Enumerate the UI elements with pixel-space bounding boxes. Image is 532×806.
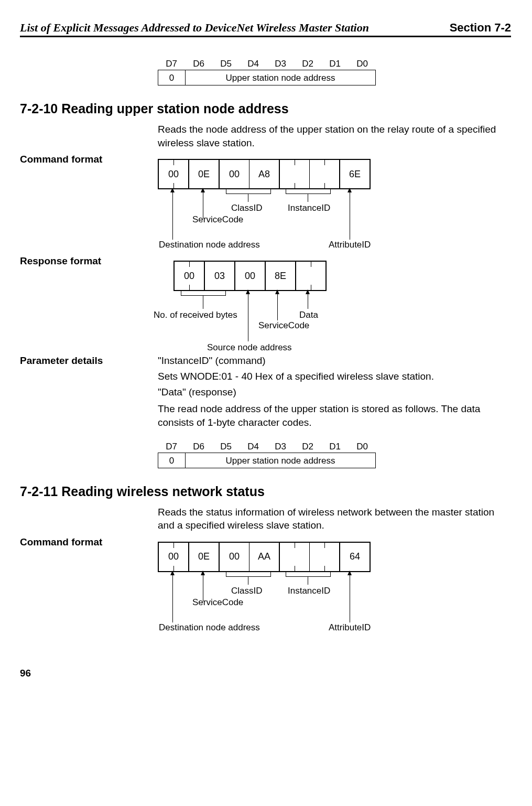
cmd-cell: 6E <box>340 160 370 188</box>
command-format-label: Command format <box>20 154 158 165</box>
cmd-cell <box>280 543 310 571</box>
response-format-label: Response format <box>20 255 158 267</box>
command-format-diagram: 00 0E 00 AA 64 ClassID InstanceID Servic… <box>158 536 511 636</box>
bit-hdr: D7 <box>158 441 185 453</box>
bit-hdr: D1 <box>321 441 349 453</box>
label-classid: ClassID <box>231 203 263 213</box>
cmd-cell: 0E <box>189 543 220 571</box>
cmd-cell: 00 <box>159 543 189 571</box>
response-format-diagram: 00 03 00 8E No. of received bytes Data S… <box>158 255 511 355</box>
label-servicecode: ServiceCode <box>258 320 309 331</box>
cmd-cell: 0E <box>189 160 220 188</box>
cmd-cell <box>310 543 340 571</box>
command-format-diagram: 00 0E 00 A8 6E ClassID InstanceID Servic… <box>158 154 511 253</box>
bit-hdr: D6 <box>185 441 212 453</box>
param-line: The read node address of the upper stati… <box>158 402 511 429</box>
section-heading-7-2-11: 7-2-11 Reading wireless network status <box>20 484 511 499</box>
label-dest-addr: Destination node address <box>159 622 260 633</box>
label-attrid: AttributeID <box>329 622 371 633</box>
bit-cell-upper: Upper station node address <box>185 453 376 468</box>
page-header: List of Explicit Messages Addressed to D… <box>20 21 511 37</box>
bit-hdr: D5 <box>212 58 240 70</box>
bit-cell-upper: Upper station node address <box>185 70 376 85</box>
param-line: "Data" (response) <box>158 386 511 398</box>
bit-hdr: D4 <box>240 58 267 70</box>
bit-hdr: D7 <box>158 58 185 70</box>
bit-cell-zero: 0 <box>158 70 185 85</box>
resp-cell: 00 <box>235 262 266 290</box>
label-data: Data <box>299 310 318 320</box>
label-instanceid: InstanceID <box>288 203 330 213</box>
resp-cell: 00 <box>175 262 205 290</box>
label-servicecode: ServiceCode <box>192 214 243 225</box>
header-section: Section 7-2 <box>450 21 511 35</box>
parameter-details-label: Parameter details <box>20 355 158 367</box>
cmd-cell: 00 <box>159 160 189 188</box>
cmd-cell: A8 <box>249 160 280 188</box>
bit-hdr: D2 <box>294 441 321 453</box>
cmd-cell: 00 <box>220 543 249 571</box>
page-number: 96 <box>20 668 511 679</box>
bit-cell-zero: 0 <box>158 453 185 468</box>
label-dest-addr: Destination node address <box>159 240 260 250</box>
cmd-cell <box>280 160 310 188</box>
bit-hdr: D2 <box>294 58 321 70</box>
bit-hdr: D1 <box>321 58 349 70</box>
section-intro: Reads the node address of the upper stat… <box>158 123 511 149</box>
param-line: "InstanceID" (command) <box>158 355 511 367</box>
label-recv-bytes: No. of received bytes <box>154 310 237 320</box>
label-classid: ClassID <box>231 586 263 596</box>
bit-hdr: D6 <box>185 58 212 70</box>
label-attrid: AttributeID <box>329 240 371 250</box>
bit-table-top: D7 D6 D5 D4 D3 D2 D1 D0 0 Upper station … <box>158 58 511 85</box>
section-intro: Reads the status information of wireless… <box>158 506 511 532</box>
bit-hdr: D3 <box>267 441 294 453</box>
label-servicecode: ServiceCode <box>192 597 243 608</box>
bit-hdr: D0 <box>349 58 376 70</box>
bit-hdr: D4 <box>240 441 267 453</box>
header-title: List of Explicit Messages Addressed to D… <box>20 21 369 35</box>
bit-hdr: D3 <box>267 58 294 70</box>
bit-hdr: D0 <box>349 441 376 453</box>
bit-table-bottom: D7 D6 D5 D4 D3 D2 D1 D0 0 Upper station … <box>158 441 511 468</box>
command-format-label: Command format <box>20 536 158 548</box>
label-src-addr: Source node address <box>207 342 292 353</box>
cmd-cell: 64 <box>340 543 370 571</box>
cmd-cell: 00 <box>220 160 249 188</box>
section-heading-7-2-10: 7-2-10 Reading upper station node addres… <box>20 101 511 116</box>
bit-hdr: D5 <box>212 441 240 453</box>
cmd-cell <box>310 160 340 188</box>
resp-cell <box>296 262 325 290</box>
label-instanceid: InstanceID <box>288 586 330 596</box>
cmd-cell: AA <box>249 543 280 571</box>
param-line: Sets WNODE:01 - 40 Hex of a specified wi… <box>158 371 511 382</box>
resp-cell: 8E <box>266 262 296 290</box>
resp-cell: 03 <box>205 262 235 290</box>
